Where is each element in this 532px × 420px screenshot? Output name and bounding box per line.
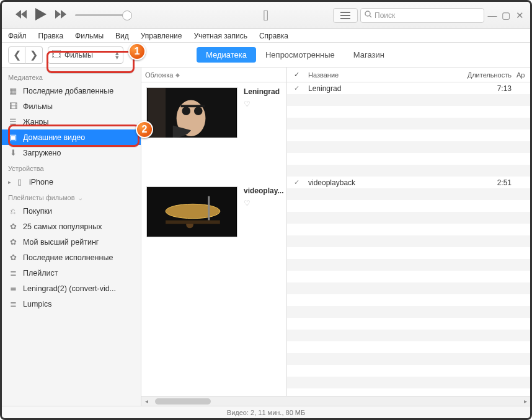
svg-rect-8: [53, 56, 54, 57]
prev-icon[interactable]: [16, 10, 27, 21]
tab-library[interactable]: Медиатека: [197, 47, 256, 63]
callout-badge-1: 1: [128, 43, 146, 60]
track-row[interactable]: ✓ videoplayback 2:51: [287, 177, 530, 188]
minimize-icon[interactable]: —: [487, 10, 498, 20]
sidebar-header-playlists[interactable]: Плейлисты фильмов ⌵: [2, 190, 141, 203]
album-pane: Обложка ◆ Leningrad ♡: [141, 68, 287, 407]
search-placeholder: Поиск: [375, 11, 395, 20]
menu-file[interactable]: Файл: [8, 32, 27, 40]
media-type-dropdown[interactable]: Фильмы ▴▾: [48, 46, 123, 64]
svg-point-16: [194, 107, 203, 115]
album-card-leningrad[interactable]: Leningrad ♡: [141, 82, 286, 182]
sidebar: Медиатека ▦ Последние добавленные 🎞 Филь…: [2, 68, 141, 407]
menu-controls[interactable]: Управление: [141, 32, 182, 40]
col-name[interactable]: Название: [306, 71, 461, 79]
scroll-thumb[interactable]: [155, 398, 211, 405]
film-icon: 🎞: [8, 102, 18, 111]
empty-row: [287, 94, 530, 106]
empty-row: [287, 212, 530, 224]
grid-icon: ▦: [8, 86, 18, 95]
col-duration[interactable]: Длительность: [461, 71, 516, 79]
empty-row: [287, 200, 530, 212]
sidebar-header-devices: Устройства: [2, 160, 141, 174]
forward-button[interactable]: ❯: [25, 46, 43, 64]
home-video-icon: ▣: [8, 133, 18, 142]
album-card-videoplayback[interactable]: videoplay... ♡: [141, 182, 286, 281]
empty-row: [287, 365, 530, 377]
empty-row: [287, 330, 530, 341]
empty-row: [287, 153, 530, 165]
apple-logo-icon: : [264, 7, 269, 24]
sidebar-item-iphone[interactable]: ▯ iPhone: [2, 174, 141, 190]
thumbnail-leningrad: [146, 87, 237, 138]
track-rows: ✓ Leningrad 7:13 ✓ videoplayback 2:51: [287, 82, 530, 407]
close-icon[interactable]: ✕: [514, 10, 525, 21]
tab-store[interactable]: Магазин: [344, 47, 394, 63]
empty-row: [287, 129, 530, 141]
sidebar-item-downloaded[interactable]: ⬇ Загружено: [2, 145, 141, 160]
view-tabs: Медиатека Непросмотренные Магазин: [197, 47, 394, 63]
menu-edit[interactable]: Правка: [38, 32, 64, 40]
svg-rect-0: [340, 12, 350, 13]
track-row[interactable]: ✓ Leningrad 7:13: [287, 82, 530, 94]
gear-icon: ✿: [8, 237, 18, 247]
sidebar-playlist-leningrad2[interactable]: ≣ Leningrad(2) (convert-vid...: [2, 281, 141, 296]
sidebar-playlist[interactable]: ≣ Плейлист: [2, 265, 141, 281]
sidebar-playlist-purchases[interactable]: ⎌ Покупки: [2, 203, 141, 219]
menu-view[interactable]: Вид: [115, 32, 129, 40]
volume-slider[interactable]: [75, 14, 128, 16]
col-check[interactable]: ✓: [287, 71, 306, 79]
play-icon[interactable]: [35, 8, 47, 23]
heart-icon[interactable]: ♡: [244, 100, 280, 108]
tab-unwatched[interactable]: Непросмотренные: [256, 47, 344, 63]
scroll-right-icon[interactable]: ▸: [520, 398, 530, 405]
menu-account[interactable]: Учетная запись: [193, 32, 247, 40]
sidebar-playlist-top25[interactable]: ✿ 25 самых популярных: [2, 219, 141, 234]
svg-rect-6: [53, 51, 54, 52]
sort-arrow-icon: ◆: [175, 72, 180, 78]
horizontal-scrollbar[interactable]: ◂ ▸: [141, 396, 530, 406]
itunes-window:  Поиск — ▢ ✕ Файл Правка Фильмы Вид Упр…: [0, 0, 532, 420]
menu-movies[interactable]: Фильмы: [75, 32, 104, 40]
search-input[interactable]: Поиск: [360, 8, 484, 23]
playlist-icon: ≣: [8, 299, 18, 308]
svg-line-4: [370, 15, 371, 17]
gear-icon: ✿: [8, 222, 18, 231]
empty-row: [287, 377, 530, 388]
dropdown-arrows-icon: ▴▾: [115, 51, 119, 59]
svg-rect-23: [166, 221, 220, 224]
sidebar-item-movies[interactable]: 🎞 Фильмы: [2, 98, 141, 114]
list-view-button[interactable]: [333, 8, 358, 23]
back-button[interactable]: ❮: [8, 46, 25, 64]
heart-icon[interactable]: ♡: [244, 199, 283, 208]
empty-row: [287, 271, 530, 282]
sidebar-item-recent[interactable]: ▦ Последние добавленные: [2, 83, 141, 98]
svg-point-3: [365, 11, 370, 16]
thumbnail-videoplayback: [146, 186, 237, 237]
top-bar:  Поиск — ▢ ✕: [2, 2, 530, 29]
sidebar-playlist-lumpics[interactable]: ≣ Lumpics: [2, 296, 141, 312]
empty-row: [287, 118, 530, 129]
empty-row: [287, 294, 530, 306]
next-icon[interactable]: [55, 10, 66, 21]
callout-badge-2: 2: [136, 121, 153, 138]
empty-row: [287, 235, 530, 247]
phone-icon: ▯: [14, 177, 24, 186]
album-header[interactable]: Обложка ◆: [141, 68, 286, 82]
empty-row: [287, 259, 530, 271]
maximize-icon[interactable]: ▢: [500, 10, 512, 21]
sidebar-item-home-videos[interactable]: ▣ Домашние видео: [2, 129, 141, 145]
menu-help[interactable]: Справка: [259, 32, 288, 40]
film-icon: [52, 50, 61, 59]
playlist-icon: ≣: [8, 268, 18, 278]
col-artist[interactable]: Ар: [516, 71, 530, 79]
track-header-row: ✓ Название Длительность Ар: [287, 68, 530, 82]
scroll-left-icon[interactable]: ◂: [141, 398, 151, 405]
toolbar-row: ❮ ❯ Фильмы ▴▾ Медиатека Непросмотренные …: [2, 43, 530, 68]
svg-rect-9: [59, 51, 60, 52]
empty-row: [287, 188, 530, 200]
sidebar-playlist-top-rated[interactable]: ✿ Мой высший рейтинг: [2, 234, 141, 250]
sidebar-item-genres[interactable]: ☰ Жанры: [2, 114, 141, 129]
sidebar-playlist-recent-played[interactable]: ✿ Последние исполненные: [2, 250, 141, 265]
empty-row: [287, 318, 530, 330]
